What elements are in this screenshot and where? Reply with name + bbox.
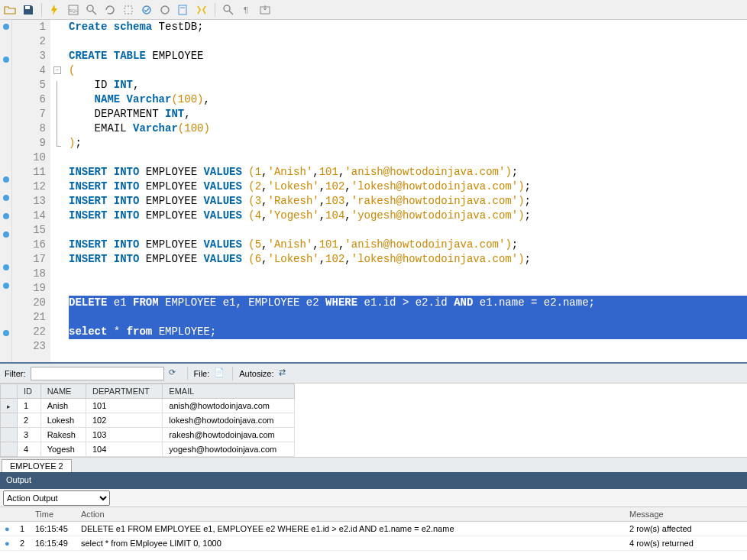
table-row[interactable]: 3Rakesh103rakesh@howtodoinjava.com [1,428,295,442]
autosize-icon[interactable]: ⇄ [279,367,291,380]
output-row[interactable]: 216:15:49select * from EMployee LIMIT 0,… [0,536,747,551]
result-tab-strip: EMPLOYEE 2 [0,457,747,474]
output-toolbar: Action Output [0,489,747,507]
result-grid[interactable]: IDNAMEDEPARTMENTEMAIL1Anish101anish@howt… [0,384,295,457]
filter-label: Filter: [5,369,26,378]
code-area[interactable]: Create schema TestDB;CREATE TABLE EMPLOY… [64,20,747,362]
file-label: File: [194,369,210,378]
script-icon[interactable] [176,3,190,17]
svg-line-11 [229,11,233,15]
line-number-gutter: 1234567891011121314151617181920212223 [12,20,50,362]
execute-icon[interactable] [48,3,62,17]
sql-icon[interactable]: SQL [66,3,80,17]
rollback-icon[interactable] [158,3,172,17]
table-row[interactable]: 4Yogesh104yogesh@howtodoinjava.com [1,442,295,457]
autosize-label: Autosize: [239,369,273,378]
col-header[interactable]: EMAIL [163,384,295,399]
pin-icon[interactable]: ¶ [240,3,254,17]
output-table[interactable]: TimeActionMessage116:15:45DELETE e1 FROM… [0,507,747,551]
find-icon[interactable] [85,3,99,17]
svg-point-10 [224,5,230,11]
table-row[interactable]: 2Lokesh102lokesh@howtodoinjava.com [1,413,295,428]
col-header[interactable]: ID [18,384,41,399]
output-row[interactable]: 116:15:45DELETE e1 FROM EMPLOYEE e1, EMP… [0,522,747,536]
filter-input[interactable] [31,367,164,380]
svg-rect-0 [25,6,30,9]
col-header[interactable]: DEPARTMENT [86,384,163,399]
svg-line-4 [92,11,96,15]
result-grid-pane: IDNAMEDEPARTMENTEMAIL1Anish101anish@howt… [0,384,747,457]
file-export-icon[interactable]: 📄 [214,367,226,380]
result-filter-bar: Filter: ⟳ File: 📄 Autosize: ⇄ [0,364,747,384]
save-icon[interactable] [21,3,35,17]
output-grid: TimeActionMessage116:15:45DELETE e1 FROM… [0,507,747,560]
refresh-filter-icon[interactable]: ⟳ [169,367,181,380]
open-file-icon[interactable] [3,3,17,17]
marker-gutter [0,20,12,362]
svg-text:¶: ¶ [244,5,248,15]
refresh-icon[interactable] [103,3,117,17]
status-ok-icon [0,536,15,551]
output-mode-select[interactable]: Action Output [3,490,110,506]
main-toolbar: SQL ¶ [0,0,747,20]
svg-point-7 [161,6,169,14]
sql-editor[interactable]: 1234567891011121314151617181920212223 - … [0,20,747,364]
result-tab[interactable]: EMPLOYEE 2 [2,459,72,472]
col-header[interactable]: NAME [40,384,86,399]
svg-rect-5 [124,6,132,14]
fold-gutter: - [50,20,64,362]
svg-rect-8 [179,5,186,15]
table-row[interactable]: 1Anish101anish@howtodoinjava.com [1,399,295,413]
format-icon[interactable] [195,3,209,17]
zoom-icon[interactable] [222,3,235,17]
stop-icon[interactable] [121,3,135,17]
output-header: Output [0,474,747,489]
status-ok-icon [0,522,15,536]
svg-text:SQL: SQL [69,8,79,13]
svg-point-3 [87,5,93,11]
export-icon[interactable] [258,3,272,17]
commit-icon[interactable] [140,3,154,17]
